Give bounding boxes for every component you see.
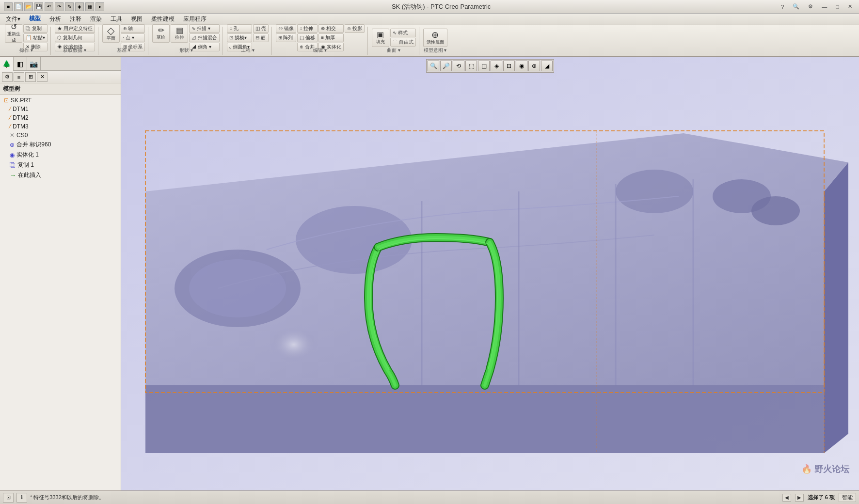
next-button[interactable]: ▶ — [795, 494, 804, 502]
pattern-button[interactable]: ⊞ 阵列 — [276, 33, 297, 42]
tree-item-merge[interactable]: ⊕ 合并 标识960 — [0, 140, 121, 150]
wireframe-button[interactable]: ⊡ — [503, 61, 515, 71]
toolbar-area: ↺ 重新生成 ⿻ 复制 📋 粘贴▾ ✕ 删除 操作 ▾ ★ 用户定义特征 ⬡ 复… — [0, 25, 859, 57]
sketch-button[interactable]: ✏ 草绘 — [152, 24, 170, 43]
help-icon[interactable]: ? — [778, 3, 787, 11]
draft-button[interactable]: ⊡ 摸模▾ — [227, 33, 252, 42]
axis-button[interactable]: ⊕ 轴 — [121, 24, 145, 33]
zoom-out-button[interactable]: 🔎 — [440, 61, 452, 71]
status-model-icon[interactable]: ⊡ — [3, 493, 14, 503]
sweep-blend-button[interactable]: ⊿ 扫描混合 — [189, 33, 220, 42]
extrude-button[interactable]: ▤ 拉伸 — [171, 24, 188, 43]
style-button[interactable]: ∿ 样式 — [390, 29, 416, 37]
tab-layers[interactable]: ◧ — [14, 57, 27, 71]
user-feature-button[interactable]: ★ 用户定义特征 — [55, 24, 95, 33]
more-icon[interactable]: ▸ — [95, 2, 104, 11]
offset-button[interactable]: ⬚ 偏移 — [297, 33, 318, 42]
tree-collapse-icon[interactable]: ✕ — [37, 72, 48, 82]
menu-render[interactable]: 渲染 — [86, 14, 106, 25]
rib-button[interactable]: ⊟ 筋 — [253, 33, 269, 42]
statusbar: ⊡ ℹ * 特征号3332和以后的将删除。 ◀ ▶ 选择了 6 项 智能 — [0, 490, 859, 504]
save-icon[interactable]: 💾 — [34, 2, 43, 11]
smart-label[interactable]: 智能 — [839, 493, 856, 502]
menu-app[interactable]: 应用程序 — [179, 14, 210, 25]
tool2-icon[interactable]: ◈ — [75, 2, 84, 11]
menu-view[interactable]: 视图 — [127, 14, 146, 25]
tree-columns-icon[interactable]: ≡ — [14, 72, 24, 82]
intersect-button[interactable]: ⊗ 相交 — [318, 24, 344, 33]
hidden-button[interactable]: ◉ — [516, 61, 527, 71]
svg-point-10 — [751, 196, 800, 225]
spin-button[interactable]: ⊕ — [528, 61, 540, 71]
more-view-button[interactable]: ◢ — [541, 61, 553, 71]
regenerate-button[interactable]: ↺ 重新生成 — [5, 24, 22, 43]
prev-button[interactable]: ◀ — [782, 494, 791, 502]
open-icon[interactable]: 📂 — [24, 2, 33, 11]
stretch-button[interactable]: ↕ 拉伸 — [297, 24, 318, 33]
search-icon[interactable]: 🔍 — [790, 2, 802, 11]
copy-button[interactable]: ⿻ 复制 — [23, 24, 48, 33]
tree-item-cs0[interactable]: ✕ CS0 — [0, 131, 121, 140]
tree-item-skprt[interactable]: ⊡ SK.PRT — [0, 96, 121, 105]
menu-analysis[interactable]: 分析 — [46, 14, 65, 25]
hole-button[interactable]: ○ 孔 — [227, 24, 252, 33]
tree-item-dtm3[interactable]: ∕ DTM3 — [0, 122, 121, 131]
solidify-tree-icon: ◉ — [10, 152, 15, 158]
cs0-icon: ✕ — [10, 132, 15, 139]
scene-3d — [121, 57, 859, 490]
tool1-icon[interactable]: ✎ — [65, 2, 74, 11]
svg-point-8 — [616, 170, 693, 213]
tree-item-dtm1[interactable]: ∕ DTM1 — [0, 105, 121, 113]
fill-button[interactable]: ▣ 填充 — [372, 29, 389, 47]
titlebar-right-icons: ? 🔍 ⚙ — □ ✕ — [778, 2, 855, 11]
chamfer-button[interactable]: ◢ 倒角 ▾ — [189, 43, 220, 51]
menu-flexible[interactable]: 柔性建模 — [147, 14, 178, 25]
menu-tools[interactable]: 工具 — [107, 14, 126, 25]
viewport-toolbar: 🔍 🔎 ⟲ ⬚ ◫ ◈ ⊡ ◉ ⊕ ◢ — [426, 59, 554, 73]
paste-button[interactable]: 📋 粘贴▾ — [23, 33, 48, 42]
status-info-icon[interactable]: ℹ — [16, 493, 27, 503]
main-area: 🌲 ◧ 📷 ⚙ ≡ ⊞ ✕ 模型树 ⊡ SK.PRT ∕ DTM1 ∕ DTM2 — [0, 57, 859, 490]
selection-info: 选择了 6 项 — [808, 494, 835, 501]
menu-model[interactable]: 模型 — [25, 14, 45, 25]
maximize-button[interactable]: □ — [833, 3, 842, 11]
tree-item-dtm2[interactable]: ∕ DTM2 — [0, 113, 121, 122]
plane-button[interactable]: ◇ 平面 — [102, 24, 120, 43]
tree-item-solidify[interactable]: ◉ 实体化 1 — [0, 150, 121, 160]
app-icon[interactable]: ■ — [4, 2, 13, 11]
tree-item-copy[interactable]: ⿻ 复制 1 — [0, 160, 121, 170]
redo-icon[interactable]: ↷ — [55, 2, 64, 11]
tool3-icon[interactable]: ▦ — [85, 2, 94, 11]
status-right: ◀ ▶ 选择了 6 项 智能 — [782, 493, 856, 502]
new-icon[interactable]: 📄 — [14, 2, 23, 11]
view-orient-button[interactable]: ⬚ — [465, 61, 477, 71]
copy-geo-button[interactable]: ⬡ 复制几何 — [55, 33, 95, 42]
close-button[interactable]: ✕ — [845, 2, 855, 11]
thicken-button[interactable]: ≡ 加厚 — [318, 33, 344, 42]
active-surface-button[interactable]: ⊕ 活性属面 — [423, 29, 447, 47]
toolbar-group-datum: ◇ 平面 ⊕ 轴 · 点 ▾ ⊞ 坐标系 基准 ▾ — [99, 27, 149, 55]
shell-button[interactable]: ◫ 壳 — [253, 24, 269, 33]
tab-properties[interactable]: 📷 — [27, 57, 41, 71]
viewport[interactable]: 🔍 🔎 ⟲ ⬚ ◫ ◈ ⊡ ◉ ⊕ ◢ — [121, 57, 859, 490]
project-button[interactable]: ⊙ 投影 — [345, 24, 365, 33]
point-button[interactable]: · 点 ▾ — [121, 33, 145, 42]
tab-model-tree[interactable]: 🌲 — [0, 57, 14, 71]
mirror-button[interactable]: ⇔ 镜像 — [276, 24, 297, 33]
tree-expand-icon[interactable]: ⊞ — [25, 72, 36, 82]
zoom-in-button[interactable]: 🔍 — [428, 61, 439, 71]
tree-settings-icon[interactable]: ⚙ — [2, 72, 13, 82]
settings-icon[interactable]: ⚙ — [805, 2, 816, 11]
tree-item-insert[interactable]: → 在此插入 — [0, 170, 121, 180]
section-view-button[interactable]: ◫ — [478, 61, 490, 71]
dtm1-icon: ∕ — [10, 106, 11, 112]
zoom-fit-button[interactable]: ⟲ — [453, 61, 464, 71]
freestyle-button[interactable]: ⌒ 自由式 — [390, 38, 416, 47]
menu-annotation[interactable]: 注释 — [66, 14, 85, 25]
left-panel: 🌲 ◧ 📷 ⚙ ≡ ⊞ ✕ 模型树 ⊡ SK.PRT ∕ DTM1 ∕ DTM2 — [0, 57, 121, 490]
minimize-button[interactable]: — — [819, 3, 830, 11]
skprt-icon: ⊡ — [4, 97, 9, 104]
undo-icon[interactable]: ↶ — [45, 2, 53, 11]
sweep-button[interactable]: ∿ 扫描 ▾ — [189, 24, 220, 33]
display-style-button[interactable]: ◈ — [491, 61, 502, 71]
